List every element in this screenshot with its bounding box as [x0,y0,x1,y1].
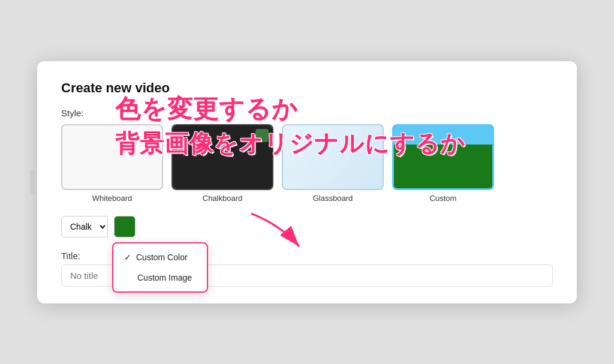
left-tab [30,170,35,194]
custom-thumb [392,124,494,190]
controls-row: Chalk Custom Color Custom Image [61,216,553,237]
custom-dropdown-menu: Custom Color Custom Image [112,242,208,293]
chalkboard-label: Chalkboard [203,194,243,203]
dropdown-custom-color-label: Custom Color [136,252,188,262]
custom-bottom [394,145,492,188]
dropdown-custom-image-label: Custom Image [137,273,192,282]
style-label: Style: [61,108,553,118]
style-card-whiteboard[interactable]: Whiteboard [61,124,163,203]
chalkboard-icon [255,129,269,142]
whiteboard-thumb [61,124,163,190]
chalk-select-wrap: Chalk [61,216,108,237]
chalk-select[interactable]: Chalk [61,216,108,237]
dialog-title: Create new video [61,80,553,96]
glassboard-thumb [282,124,384,190]
dropdown-custom-color[interactable]: Custom Color [113,247,207,267]
custom-label: Custom [430,194,457,203]
chalkboard-inner [173,125,272,189]
glassboard-label: Glassboard [313,194,353,203]
style-card-glassboard[interactable]: Glassboard [282,124,384,203]
custom-top [394,126,492,145]
arrow-svg [233,207,329,255]
color-swatch[interactable] [114,216,136,237]
chalkboard-thumb [171,124,273,190]
style-card-chalkboard[interactable]: Chalkboard [171,124,273,203]
style-cards-container: Whiteboard Chalkboard Glassboard Custom [61,124,553,203]
create-video-dialog: Create new video 色を変更するか 背景画像をオリジナルにするか … [37,61,577,303]
whiteboard-label: Whiteboard [92,194,132,203]
style-card-custom[interactable]: Custom [392,124,494,203]
dropdown-custom-image[interactable]: Custom Image [113,267,207,288]
